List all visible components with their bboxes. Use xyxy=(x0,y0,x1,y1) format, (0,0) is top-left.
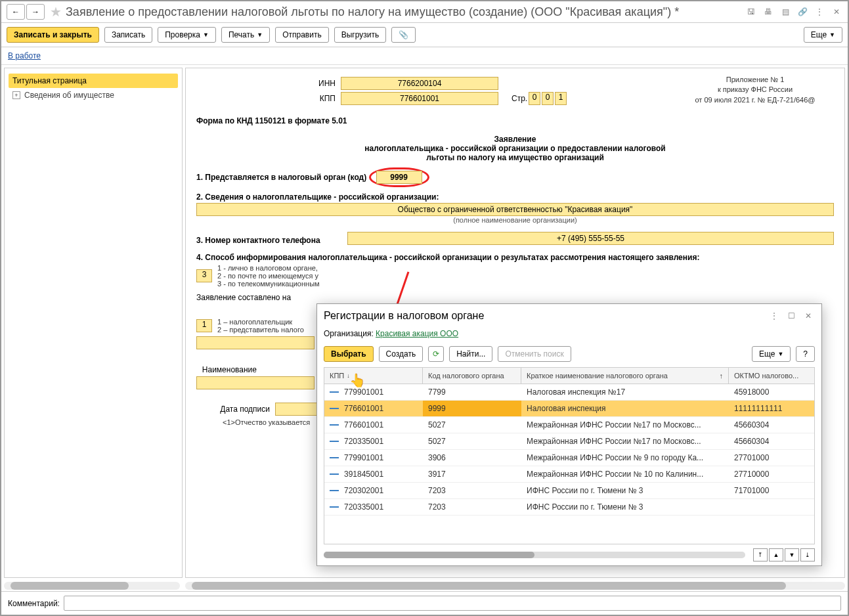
print-icon[interactable]: 🖶 xyxy=(762,6,774,18)
col-name[interactable]: Краткое наименование налогового органа↑ xyxy=(521,368,729,384)
col-kpp[interactable]: КПП ↓ xyxy=(324,368,423,384)
row-icon xyxy=(330,490,339,491)
titlebar: ← → ★ Заявление о предоставлении налогов… xyxy=(1,1,848,23)
table-row[interactable]: 7799010017799Налоговая инспекция №174591… xyxy=(324,384,814,401)
report-icon[interactable]: ▤ xyxy=(779,6,791,18)
phone-field[interactable]: +7 (495) 555-55-55 xyxy=(347,232,834,245)
page-digit-1: 0 xyxy=(529,92,540,105)
popup-org-label: Организация: xyxy=(324,329,374,338)
print-button[interactable]: Печать▼ xyxy=(221,27,270,43)
row-icon xyxy=(330,441,339,442)
toolbar: Записать и закрыть Записать Проверка▼ Пе… xyxy=(1,23,848,47)
nav-up-icon[interactable]: ▲ xyxy=(769,548,783,561)
status-link[interactable]: В работе xyxy=(8,51,41,60)
tax-org-code-field[interactable]: 9999 xyxy=(369,167,429,187)
popup-title: Регистрации в налоговом органе xyxy=(324,310,764,322)
nav-first-icon[interactable]: ⤒ xyxy=(753,548,768,561)
send-button[interactable]: Отправить xyxy=(275,27,329,43)
statement-title: Заявление налогоплательщика - российской… xyxy=(196,135,834,162)
inn-label: ИНН xyxy=(196,79,341,88)
registration-popup: Регистрации в налоговом органе ⋮ ☐ ✕ Орг… xyxy=(316,303,822,566)
expand-icon[interactable]: + xyxy=(12,91,20,99)
popup-create-button[interactable]: Создать xyxy=(379,346,424,362)
popup-find-button[interactable]: Найти... xyxy=(449,346,492,362)
export-button[interactable]: Выгрузить xyxy=(334,27,387,43)
nav-last-icon[interactable]: ⤓ xyxy=(800,548,815,561)
popup-refresh-button[interactable]: ⟳ xyxy=(428,346,444,362)
org-name-field[interactable]: Общество с ограниченной ответственностью… xyxy=(196,203,834,216)
row-icon xyxy=(330,408,339,409)
signer-field-1[interactable] xyxy=(196,336,315,349)
col-code[interactable]: Код налогового органа xyxy=(423,368,521,384)
popup-more-button[interactable]: Еще▼ xyxy=(752,346,791,362)
popup-cancel-search-button[interactable]: Отменить поиск xyxy=(498,346,571,362)
section-2: 2. Сведения о налогоплательщике - россий… xyxy=(196,192,834,202)
comment-label: Комментарий: xyxy=(8,599,60,608)
signer-code[interactable]: 1 xyxy=(196,319,212,332)
page-label: Стр. xyxy=(512,94,527,103)
menu-icon[interactable]: ⋮ xyxy=(814,6,825,18)
table-row[interactable]: 7203350017203ИФНС России по г. Тюмени № … xyxy=(324,499,814,516)
sidebar: Титульная страница + Сведения об имущест… xyxy=(4,68,183,578)
favorite-star-icon[interactable]: ★ xyxy=(50,4,62,20)
popup-table: КПП ↓ Код налогового органа Краткое наим… xyxy=(324,367,815,544)
table-row[interactable]: 7799010013906Межрайонная ИФНС России № 9… xyxy=(324,450,814,466)
section-3: 3. Номер контактного телефона xyxy=(196,236,347,245)
comment-input[interactable] xyxy=(64,596,841,611)
kpp-label: КПП xyxy=(196,94,341,103)
attach-button[interactable]: 📎 xyxy=(391,27,416,43)
popup-help-button[interactable]: ? xyxy=(796,346,815,362)
date-label: Дата подписи xyxy=(196,405,275,414)
link-icon[interactable]: 🔗 xyxy=(796,6,808,18)
row-icon xyxy=(330,473,339,475)
more-button[interactable]: Еще▼ xyxy=(804,27,842,43)
col-oktmo[interactable]: ОКТМО налогово... xyxy=(729,368,814,384)
sidebar-scrollbar[interactable] xyxy=(4,582,180,590)
page-digit-3: 1 xyxy=(555,92,567,105)
row-icon xyxy=(330,457,339,458)
row-icon xyxy=(330,506,339,508)
popup-hscroll[interactable] xyxy=(324,552,745,558)
sidebar-item-title-page[interactable]: Титульная страница xyxy=(9,74,178,88)
row-icon xyxy=(330,424,339,426)
table-row[interactable]: 7203350015027Межрайонная ИФНС России №17… xyxy=(324,433,814,450)
inn-field[interactable]: 7766200104 xyxy=(341,77,498,90)
table-row[interactable]: 7766010015027Межрайонная ИФНС России №17… xyxy=(324,417,814,433)
form-code: Форма по КНД 1150121 в формате 5.01 xyxy=(196,116,834,125)
content-scrollbar[interactable] xyxy=(185,582,845,590)
forward-button[interactable]: → xyxy=(26,4,45,20)
check-button[interactable]: Проверка▼ xyxy=(158,27,216,43)
popup-select-button[interactable]: Выбрать xyxy=(324,346,374,362)
section-1: 1. Представляется в налоговый орган (код… xyxy=(196,167,834,187)
org-title-field[interactable] xyxy=(196,376,315,389)
table-row[interactable]: 7203020017203ИФНС России по г. Тюмени № … xyxy=(324,483,814,499)
page-digit-2: 0 xyxy=(542,92,554,105)
footer: Комментарий: xyxy=(1,591,848,615)
composed-on-label: Заявление составлено на xyxy=(196,293,834,302)
save-icon[interactable]: 🖫 xyxy=(745,6,757,18)
kpp-field[interactable]: 776601001 xyxy=(341,92,498,105)
popup-menu-icon[interactable]: ⋮ xyxy=(768,309,781,322)
org-name-hint: (полное наименование организации) xyxy=(196,216,834,224)
table-row[interactable]: 7766010019999Налоговая инспекция11111111… xyxy=(324,401,814,417)
popup-close-icon[interactable]: ✕ xyxy=(802,309,815,322)
sidebar-item-property[interactable]: + Сведения об имуществе xyxy=(9,89,178,101)
window-title: Заявление о предоставлении налоговой льг… xyxy=(66,5,745,19)
popup-org-link[interactable]: Красивая акация ООО xyxy=(376,329,458,338)
table-row[interactable]: 3918450013917Межрайонная ИФНС России № 1… xyxy=(324,466,814,483)
back-button[interactable]: ← xyxy=(7,4,25,20)
section-4: 4. Способ информирования налогоплательщи… xyxy=(196,253,834,262)
close-icon[interactable]: ✕ xyxy=(831,6,842,18)
inform-method-code[interactable]: 3 xyxy=(196,269,212,282)
save-button[interactable]: Записать xyxy=(104,27,152,43)
row-icon xyxy=(330,391,339,393)
org-title-label: Наименование xyxy=(196,365,262,374)
nav-down-icon[interactable]: ▼ xyxy=(785,548,799,561)
appendix-info: Приложение № 1 к приказу ФНС России от 0… xyxy=(676,75,834,107)
save-and-close-button[interactable]: Записать и закрыть xyxy=(7,27,99,43)
status-row: В работе xyxy=(1,47,848,65)
popup-maximize-icon[interactable]: ☐ xyxy=(785,309,798,322)
